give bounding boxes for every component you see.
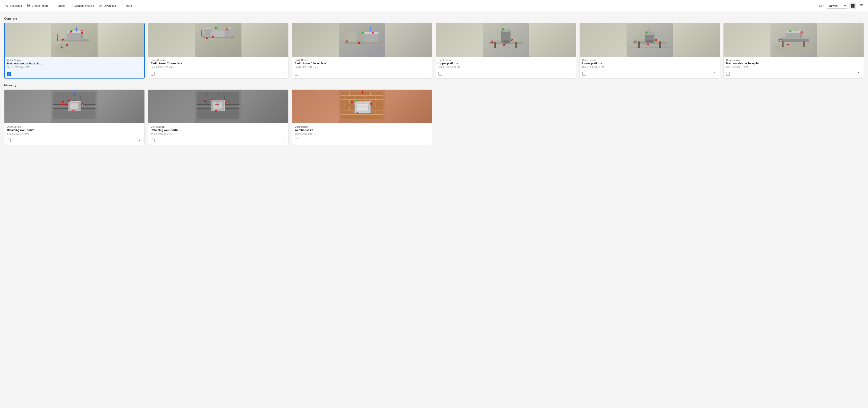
create-report-label: Create report [32,4,48,7]
card-c6-info: Quick Design Main warehouse baseplat... … [723,57,864,70]
svg-point-10 [72,6,73,7]
svg-point-23 [55,42,95,55]
svg-text:2: 2 [357,113,358,114]
card-c3-more-button[interactable]: ⋮ [425,71,430,76]
manage-sharing-button[interactable]: Manage sharing [68,2,96,9]
close-button[interactable]: ✕ 1 selected [3,2,24,9]
create-report-button[interactable]: Create report [25,2,50,9]
svg-point-193 [217,104,219,105]
card-m3-checkbox[interactable] [294,138,299,142]
svg-marker-122 [786,31,803,33]
grid-view-button[interactable] [849,2,856,9]
card-m1-checkbox[interactable] [7,138,11,142]
svg-text:3: 3 [216,28,217,29]
card-m2-name: Retaining wall, north [151,128,286,132]
card-c3[interactable]: 1 2 3 4 Quick Design Radio tower 1 basep… [292,23,432,79]
card-c5-type: Quick Design [582,59,717,61]
svg-rect-125 [803,41,805,48]
card-m2-checkbox[interactable] [151,138,155,142]
card-c6-thumb: 1 2 3 4 [723,23,864,57]
card-c3-type: Quick Design [294,59,430,61]
card-c4-more-button[interactable]: ⋮ [568,71,574,76]
download-label: Download [104,4,116,7]
card-m1[interactable]: 1 2 3 4 Quick Design Retaining wall, sou… [4,90,145,145]
card-c4[interactable]: 1 2 3 4 Quick Design Upper platform Sep … [436,23,576,79]
svg-text:2: 2 [67,45,68,46]
card-c3-name: Radio tower 1 baseplate [294,62,430,65]
card-c1-checkbox[interactable]: ✓ [7,72,11,76]
card-c1[interactable]: 1 2 3 4 Quick Design Main warehouse base… [4,23,145,79]
card-c6-checkbox[interactable] [726,72,730,75]
svg-text:2: 2 [787,44,788,46]
svg-text:3: 3 [646,32,647,33]
card-c6-type: Quick Design [726,59,861,61]
svg-text:4: 4 [82,32,82,34]
card-m3[interactable]: 1 2 3 4 Quick Design Warehouse 2A Sep 8,… [292,90,432,145]
card-m2-more-button[interactable]: ⋮ [281,138,286,143]
svg-text:4: 4 [82,103,83,105]
card-c6-date: Sep 8, 2022 3:41 PM [726,66,861,68]
svg-text:1: 1 [352,102,352,103]
svg-rect-21 [860,7,863,7]
svg-text:3: 3 [502,29,503,30]
card-c4-name: Upper platform [438,62,574,65]
card-c6-more-button[interactable]: ⋮ [856,71,861,76]
card-c1-info: Quick Design Main warehouse baseplat... … [5,57,144,70]
svg-text:3: 3 [212,99,213,101]
svg-point-5 [55,6,56,7]
card-c5-checkbox[interactable] [582,72,586,75]
svg-text:4: 4 [226,103,227,104]
card-c4-checkbox[interactable] [438,72,442,75]
card-c2-more-button[interactable]: ⋮ [281,71,286,76]
concrete-grid: 1 2 3 4 Quick Design Main warehouse base… [4,23,864,79]
card-c3-checkbox[interactable] [294,72,299,75]
card-c6[interactable]: 1 2 3 4 Quick Design Main warehouse base… [723,23,864,79]
svg-text:1: 1 [205,101,206,102]
svg-text:2: 2 [213,36,214,38]
sort-select[interactable]: Newest Oldest Name A-Z Name Z-A [827,3,848,9]
svg-point-30 [57,39,58,41]
card-c5[interactable]: 1 2 3 4 Quick Design Lower platform Sep … [580,23,720,79]
card-m1-type: Quick Design [7,125,142,128]
card-m2-info: Quick Design Retaining wall, north Sep 8… [148,123,288,137]
card-m2[interactable]: 1 2 3 4 Quick Design Retaining wall, nor… [148,90,288,145]
card-m1-footer: ⋮ [4,137,145,145]
card-c1-more-button[interactable]: ⋮ [137,71,142,76]
more-button[interactable]: ⋮ More [119,2,134,9]
list-view-button[interactable] [858,2,865,9]
more-label: More [126,4,132,7]
card-m3-date: Sep 8, 2022 3:41 PM [294,132,430,135]
card-m3-more-button[interactable]: ⋮ [425,138,430,143]
svg-text:1: 1 [492,42,493,43]
share-button[interactable]: Share [51,2,67,9]
svg-rect-47 [205,29,211,37]
card-c2-footer: ⋮ [148,70,288,78]
download-button[interactable]: Download [97,2,118,9]
card-c1-type: Quick Design [7,59,142,61]
svg-text:2: 2 [503,44,504,46]
card-c1-footer: ✓ ⋮ [5,70,144,78]
card-c1-thumb: 1 2 3 4 [5,23,144,57]
content-area: Concrete [0,12,868,153]
card-c3-footer: ⋮ [292,70,432,78]
card-m2-type: Quick Design [151,125,286,128]
card-c4-date: Sep 8, 2022 3:41 PM [438,66,574,68]
svg-text:3: 3 [790,31,791,32]
svg-line-7 [54,5,55,5]
print-icon [27,4,30,8]
card-m3-thumb: 1 2 3 4 [292,90,432,123]
card-c4-footer: ⋮ [436,70,576,78]
card-c4-type: Quick Design [438,59,574,61]
svg-rect-16 [853,4,855,6]
card-c2-checkbox[interactable] [151,72,155,75]
card-c5-info: Quick Design Lower platform Sep 8, 2022 … [580,57,720,70]
card-c2-thumb: 1 2 3 4 [148,23,288,57]
card-c5-more-button[interactable]: ⋮ [712,71,717,76]
card-c2[interactable]: 1 2 3 4 Quick Design Radio tower 2 basep… [148,23,288,79]
card-c2-date: Sep 8, 2022 3:41 PM [151,66,286,68]
svg-text:3: 3 [355,100,356,102]
svg-text:4: 4 [372,33,373,34]
svg-text:1: 1 [63,39,63,41]
card-m1-more-button[interactable]: ⋮ [137,138,142,143]
svg-text:1: 1 [206,38,207,39]
